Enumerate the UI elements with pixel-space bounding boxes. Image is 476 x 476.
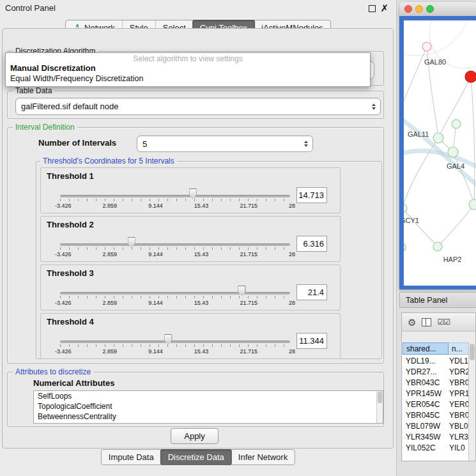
column-chooser-icon[interactable] — [422, 318, 431, 326]
table-cell[interactable]: YIL0 — [449, 443, 469, 452]
table-cell[interactable]: YDR27... — [403, 367, 449, 376]
network-node[interactable] — [452, 119, 461, 128]
table-row[interactable]: YPR145WYPR1 — [403, 388, 469, 399]
threshold-slider[interactable]: -3.4262.8599.14415.4321.71528 — [60, 332, 290, 357]
table-row[interactable]: YBL079WYBL0 — [403, 420, 469, 431]
network-node[interactable] — [422, 42, 431, 51]
slider-track[interactable] — [60, 292, 290, 295]
bottom-tab-bar: Impute Data Discretize Data Infer Networ… — [101, 449, 295, 465]
table-cell[interactable]: YBL0 — [449, 422, 469, 431]
stepper-arrows-icon — [372, 104, 376, 110]
table-row[interactable]: YBR043CYBR0 — [403, 377, 469, 388]
scale-label: 28 — [289, 203, 295, 209]
list-item[interactable]: SelfLoops — [34, 391, 383, 401]
attributes-list: SelfLoopsTopologicalCoefficientBetweenne… — [34, 391, 383, 422]
threshold-value-field[interactable]: 21.4 — [296, 284, 327, 300]
tab-discretize-data[interactable]: Discretize Data — [160, 449, 232, 465]
dropdown-item-equal-width[interactable]: Equal Width/Frequency Discretization — [10, 74, 143, 83]
table-cell[interactable]: YER054C — [403, 400, 449, 409]
table-cell[interactable]: YLR3 — [449, 433, 469, 441]
table-data-combobox[interactable]: galFiltered.sif default node — [15, 98, 381, 115]
network-node[interactable] — [433, 133, 443, 143]
network-node[interactable] — [469, 199, 476, 210]
slider-track[interactable] — [60, 243, 290, 246]
select-checkbox-icon[interactable]: ☑☑ — [437, 318, 450, 326]
threshold-value-field[interactable]: 14.713 — [296, 187, 327, 203]
threshold-value-field[interactable]: 11.344 — [296, 333, 327, 349]
minimize-traffic-light[interactable] — [415, 5, 423, 13]
network-node-selected[interactable] — [465, 71, 476, 82]
table-row[interactable]: YBR045CYBR0 — [403, 410, 469, 420]
table-cell[interactable]: YPR145W — [403, 389, 449, 398]
list-scrollbar[interactable] — [376, 391, 383, 423]
threshold-slider[interactable]: -3.4262.8599.14415.4321.71528 — [60, 234, 290, 260]
table-cell[interactable]: YBR0 — [449, 378, 469, 387]
tab-impute-data[interactable]: Impute Data — [102, 450, 161, 464]
node-label: HAP2 — [443, 256, 462, 263]
screen: Control Panel ✗ Network — [0, 0, 476, 476]
table-cell[interactable]: YBR045C — [403, 411, 449, 420]
slider-scale: -3.4262.8599.14415.4321.71528 — [55, 251, 295, 257]
gear-icon[interactable]: ⚙ — [408, 318, 416, 327]
table-cell[interactable]: YBR043C — [403, 378, 449, 387]
scale-label: -3.426 — [55, 203, 72, 209]
column-header-shared-name[interactable]: shared... — [403, 342, 449, 355]
table-row[interactable]: YDR27...YDR2 — [403, 366, 469, 377]
scrollbar-thumb[interactable] — [470, 344, 475, 360]
scrollbar-thumb[interactable] — [378, 392, 382, 403]
network-node[interactable] — [448, 147, 458, 157]
table-cell[interactable]: YBL079W — [403, 422, 449, 431]
scale-label: 28 — [289, 300, 295, 306]
slider-scale: -3.4262.8599.14415.4321.71528 — [55, 348, 295, 355]
attributes-listbox: SelfLoopsTopologicalCoefficientBetweenne… — [33, 390, 383, 424]
table-cell[interactable]: YDL19... — [403, 357, 449, 365]
table-panel-header[interactable]: Table Panel — [399, 292, 476, 308]
thresholds-group-label: Threshold's Coordinates for 5 Intervals — [40, 157, 177, 165]
network-window-titlebar — [399, 2, 476, 17]
list-item[interactable]: TopologicalCoefficient — [34, 401, 383, 411]
scale-label: 2.859 — [103, 203, 118, 209]
table-cell[interactable]: YLR345W — [403, 433, 449, 441]
slider-ticks — [60, 247, 290, 250]
table-panel-title: Table Panel — [406, 296, 447, 305]
table-cell[interactable]: YDL1 — [449, 357, 469, 365]
network-canvas[interactable]: GAL80 GAL11 GAL4 GCY1 HAP2 — [404, 20, 476, 286]
table-row[interactable]: YIL052CYIL0 — [403, 442, 469, 453]
dropdown-item-manual[interactable]: Manual Discretization — [10, 63, 96, 73]
table-data-value: galFiltered.sif default node — [21, 102, 118, 111]
table-cell[interactable]: YER0 — [449, 400, 469, 409]
list-item[interactable]: BetweennessCentrality — [34, 411, 383, 422]
network-node[interactable] — [433, 242, 442, 251]
float-window-icon[interactable] — [369, 5, 376, 12]
threshold-value-field[interactable]: 6.316 — [296, 236, 327, 252]
threshold-panel: Threshold 3-3.4262.8599.14415.4321.71528… — [40, 265, 341, 311]
table-scrollbar[interactable] — [468, 342, 475, 461]
tab-label: Infer Network — [238, 452, 288, 462]
zoom-traffic-light[interactable] — [426, 5, 434, 13]
table-cell[interactable]: YIL052C — [403, 443, 449, 452]
table-cell[interactable]: YBR0 — [449, 411, 469, 420]
close-icon[interactable]: ✗ — [380, 3, 388, 14]
slider-ticks — [60, 344, 290, 347]
network-node[interactable] — [404, 243, 406, 251]
table-cell[interactable]: YDR2 — [449, 367, 469, 376]
close-traffic-light[interactable] — [404, 5, 412, 13]
threshold-slider[interactable]: -3.4262.8599.14415.4321.71528 — [60, 283, 290, 309]
scale-label: 21.715 — [240, 251, 257, 257]
num-intervals-combobox[interactable]: 5 — [137, 135, 313, 152]
slider-track[interactable] — [60, 341, 290, 343]
node-label: GAL4 — [447, 162, 464, 170]
apply-button[interactable]: Apply — [171, 428, 219, 444]
slider-track[interactable] — [60, 195, 290, 197]
table-cell[interactable]: YPR1 — [449, 389, 469, 398]
network-node[interactable] — [404, 204, 407, 213]
dropdown-placeholder: Select algorithm to view settings — [6, 54, 370, 63]
threshold-slider[interactable]: -3.4262.8599.14415.4321.71528 — [60, 186, 290, 211]
node-label: GAL11 — [408, 130, 429, 138]
table-toolbar: ⚙ ☑☑ — [402, 313, 475, 332]
table-row[interactable]: YER054CYER0 — [403, 399, 469, 410]
tab-infer-network[interactable]: Infer Network — [231, 450, 295, 464]
column-header-name[interactable]: n... — [449, 342, 469, 355]
table-row[interactable]: YDL19...YDL1 — [403, 355, 469, 366]
table-row[interactable]: YLR345WYLR3 — [403, 431, 469, 442]
